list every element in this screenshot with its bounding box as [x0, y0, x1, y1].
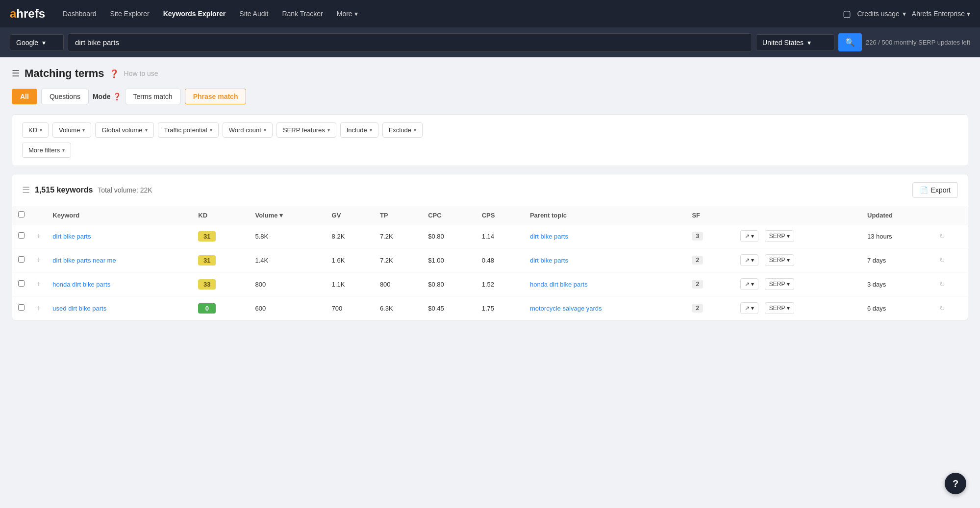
keyword-link[interactable]: dirt bike parts near me	[52, 257, 116, 264]
row-cps: 1.14	[476, 224, 524, 248]
serp-features-filter[interactable]: SERP features ▾	[276, 122, 336, 138]
logo[interactable]: ahrefs	[10, 7, 45, 21]
row-refresh[interactable]: ↻	[933, 248, 968, 272]
serp-dropdown[interactable]: SERP ▾	[765, 278, 794, 290]
parent-topic-link[interactable]: honda dirt bike parts	[530, 281, 588, 288]
row-refresh[interactable]: ↻	[933, 272, 968, 296]
th-tp[interactable]: TP	[374, 206, 422, 224]
row-gv: 700	[326, 296, 374, 320]
tab-all[interactable]: All	[12, 89, 37, 104]
parent-topic-link[interactable]: dirt bike parts	[530, 233, 568, 240]
serp-chevron: ▾	[787, 257, 790, 264]
th-cps[interactable]: CPS	[476, 206, 524, 224]
nav-rank-tracker[interactable]: Rank Tracker	[276, 6, 328, 22]
table-row: + dirt bike parts 31 5.8K 8.2K 7.2K $0.8…	[12, 224, 968, 248]
row-parent-topic: dirt bike parts	[524, 248, 686, 272]
row-sf: 2	[686, 272, 734, 296]
global-volume-filter[interactable]: Global volume ▾	[95, 122, 153, 138]
country-select[interactable]: United States ▾	[756, 34, 834, 51]
tab-questions[interactable]: Questions	[41, 89, 89, 104]
keyword-link[interactable]: dirt bike parts	[52, 233, 91, 240]
th-checkbox	[12, 206, 30, 224]
trend-dropdown[interactable]: ↗ ▾	[740, 254, 758, 266]
nav-site-audit[interactable]: Site Audit	[233, 6, 274, 22]
trend-dropdown[interactable]: ↗ ▾	[740, 278, 758, 290]
more-filters-button[interactable]: More filters ▾	[22, 143, 71, 158]
keywords-table: Keyword KD Volume ▾ GV TP CPC CPS Parent…	[12, 206, 968, 320]
th-updated[interactable]: Updated	[861, 206, 933, 224]
monitor-icon[interactable]: ▢	[843, 8, 851, 19]
row-updated: 13 hours	[861, 224, 933, 248]
row-gv: 8.2K	[326, 224, 374, 248]
row-checkbox[interactable]	[18, 304, 25, 311]
search-engine-select[interactable]: Google ▾	[10, 34, 64, 51]
row-tp: 6.3K	[374, 296, 422, 320]
th-volume[interactable]: Volume ▾	[250, 206, 326, 224]
row-add[interactable]: +	[30, 272, 47, 296]
nav-dashboard[interactable]: Dashboard	[57, 6, 102, 22]
kd-filter[interactable]: KD ▾	[22, 122, 49, 138]
th-cpc[interactable]: CPC	[422, 206, 476, 224]
serp-dropdown[interactable]: SERP ▾	[765, 302, 794, 314]
mode-help-icon[interactable]: ❓	[113, 93, 121, 100]
serp-dropdown[interactable]: SERP ▾	[765, 230, 794, 242]
refresh-icon[interactable]: ↻	[939, 256, 945, 264]
row-checkbox[interactable]	[18, 232, 25, 239]
credits-usage-button[interactable]: Credits usage ▾	[857, 10, 905, 18]
word-count-filter[interactable]: Word count ▾	[223, 122, 273, 138]
nav-site-explorer[interactable]: Site Explorer	[104, 6, 155, 22]
export-button[interactable]: 📄 Export	[912, 182, 958, 198]
refresh-icon[interactable]: ↻	[939, 232, 945, 240]
exclude-chevron: ▾	[414, 127, 416, 133]
refresh-icon[interactable]: ↻	[939, 304, 945, 312]
nav-more[interactable]: More ▾	[331, 6, 364, 22]
th-kd[interactable]: KD	[192, 206, 249, 224]
search-button[interactable]: 🔍	[838, 33, 862, 51]
trend-dropdown[interactable]: ↗ ▾	[740, 302, 758, 314]
keyword-link[interactable]: used dirt bike parts	[52, 305, 106, 312]
th-sf[interactable]: SF	[686, 206, 734, 224]
refresh-icon[interactable]: ↻	[939, 280, 945, 288]
hamburger-icon[interactable]: ☰	[12, 68, 20, 79]
row-tp: 7.2K	[374, 248, 422, 272]
sf-badge: 2	[692, 280, 703, 289]
trend-icon: ↗	[745, 257, 750, 264]
table-title: ☰ 1,515 keywords Total volume: 22K	[22, 185, 152, 195]
row-cps: 1.52	[476, 272, 524, 296]
serp-dropdown[interactable]: SERP ▾	[765, 254, 794, 266]
row-checkbox[interactable]	[18, 280, 25, 287]
row-checkbox[interactable]	[18, 256, 25, 263]
row-checkbox-cell	[12, 248, 30, 272]
how-to-use-link[interactable]: How to use	[124, 70, 158, 77]
enterprise-button[interactable]: Ahrefs Enterprise ▾	[912, 10, 970, 18]
keyword-link[interactable]: honda dirt bike parts	[52, 281, 110, 288]
tab-phrase-match[interactable]: Phrase match	[185, 89, 247, 104]
kd-badge: 33	[198, 279, 216, 290]
exclude-filter[interactable]: Exclude ▾	[382, 122, 423, 138]
row-refresh[interactable]: ↻	[933, 224, 968, 248]
th-gv[interactable]: GV	[326, 206, 374, 224]
row-refresh[interactable]: ↻	[933, 296, 968, 320]
nav-keywords-explorer[interactable]: Keywords Explorer	[157, 6, 232, 22]
page-header: ☰ Matching terms ❓ How to use	[12, 67, 968, 80]
page-help-icon[interactable]: ❓	[109, 69, 119, 78]
table-drag-icon: ☰	[22, 185, 30, 195]
trend-dropdown[interactable]: ↗ ▾	[740, 230, 758, 242]
row-add[interactable]: +	[30, 296, 47, 320]
select-all-checkbox[interactable]	[18, 211, 25, 218]
th-parent-topic[interactable]: Parent topic	[524, 206, 686, 224]
th-keyword[interactable]: Keyword	[47, 206, 192, 224]
traffic-potential-filter[interactable]: Traffic potential ▾	[158, 122, 219, 138]
sf-badge: 3	[692, 232, 703, 241]
row-add[interactable]: +	[30, 248, 47, 272]
tab-terms-match[interactable]: Terms match	[125, 89, 181, 104]
parent-topic-link[interactable]: motorcycle salvage yards	[530, 305, 602, 312]
top-navigation: ahrefs Dashboard Site Explorer Keywords …	[0, 0, 980, 27]
parent-topic-link[interactable]: dirt bike parts	[530, 257, 568, 264]
include-filter[interactable]: Include ▾	[340, 122, 378, 138]
search-input[interactable]	[68, 33, 752, 51]
volume-filter[interactable]: Volume ▾	[52, 122, 91, 138]
row-add[interactable]: +	[30, 224, 47, 248]
row-updated: 6 days	[861, 296, 933, 320]
serp-label: SERP	[769, 257, 785, 264]
